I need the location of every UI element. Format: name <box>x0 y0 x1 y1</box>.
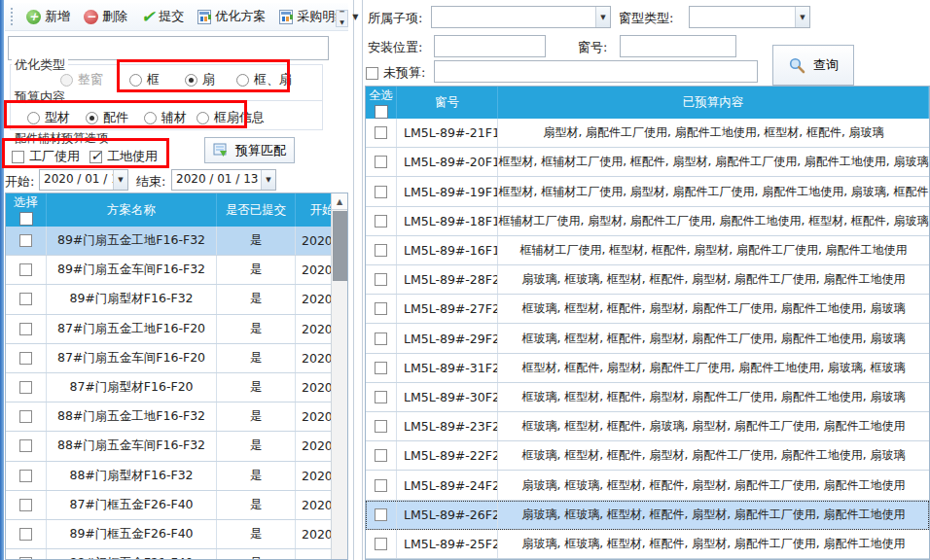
scroll-up-icon[interactable]: ▲ <box>332 193 347 210</box>
usage-options-label: 配件辅材预算选项 <box>12 130 111 147</box>
radio-profile[interactable]: 型材 <box>27 109 70 126</box>
radio-sash[interactable]: 扇 <box>185 71 215 88</box>
checkbox-factory-use[interactable]: 工厂使用 <box>12 148 80 165</box>
plan-table-row[interactable]: 87#门扇五金工地F16-F20是2020/0 <box>6 315 347 344</box>
window-type-select[interactable]: ▼ <box>689 6 810 28</box>
row-checkbox[interactable] <box>375 156 387 168</box>
panel-splitter[interactable] <box>353 0 354 560</box>
radio-frame-sash-info[interactable]: 框扇信息 <box>197 109 265 126</box>
chevron-down-icon[interactable]: ▼ <box>261 170 275 190</box>
row-checkbox[interactable] <box>375 302 387 315</box>
budget-table-row[interactable]: LM5L-89#-21F19扇型材, 扇配件工厂使用, 扇配件工地使用, 框型材… <box>366 119 929 148</box>
budget-table-row[interactable]: LM5L-89#-18F16框辅材工厂使用, 扇型材, 扇配件工厂使用, 扇配件… <box>366 207 929 236</box>
row-checkbox[interactable] <box>375 420 387 433</box>
plan-table-row[interactable]: 88#门扇五金车间F16-F32是2020/0 <box>6 432 347 461</box>
select-all-checkbox[interactable] <box>375 105 388 119</box>
end-date-picker[interactable]: 2020 / 01 / 13 ▼ <box>171 169 276 191</box>
window-no-input[interactable] <box>620 35 736 57</box>
plan-table-scrollbar[interactable]: ▲ <box>331 193 347 560</box>
no-budget-input[interactable] <box>434 60 758 83</box>
row-checkbox[interactable] <box>19 293 32 305</box>
budget-table-row[interactable]: LM5L-89#-26F24扇玻璃, 框玻璃, 框型材, 框配件, 扇型材, 扇… <box>366 501 929 530</box>
radio-auxiliary[interactable]: 辅材 <box>144 109 187 126</box>
purchase-detail-button[interactable]: 采购明细▼ <box>272 5 365 28</box>
add-button[interactable]: +新增 <box>19 5 77 28</box>
budget-table-row[interactable]: LM5L-89#-28F26扇玻璃, 框玻璃, 框型材, 框配件, 扇型材, 扇… <box>366 265 929 295</box>
row-checkbox[interactable] <box>19 323 32 335</box>
row-checkbox[interactable] <box>375 508 387 521</box>
budget-table-row[interactable]: LM5L-89#-31F29框型材, 框配件, 扇型材, 扇配件工厂使用, 扇配… <box>366 354 929 383</box>
panel-splitter-line <box>362 0 363 560</box>
budget-table-row[interactable]: LM5L-89#-23F21框玻璃, 框型材, 框配件, 扇玻璃, 扇型材, 扇… <box>366 412 929 441</box>
budget-table-row[interactable]: LM5L-89#-30F28框玻璃, 框型材, 框配件, 扇型材, 扇配件工厂使… <box>366 383 929 412</box>
submitted-cell: 是 <box>217 520 296 548</box>
submitted-cell: 是 <box>217 549 296 560</box>
row-checkbox[interactable] <box>375 126 387 139</box>
checkbox-label: 工厂使用 <box>29 148 80 165</box>
select-all-checkbox[interactable] <box>19 212 33 226</box>
sub-item-select[interactable]: ▼ <box>431 6 611 28</box>
select-all-header: 选择 <box>6 193 47 227</box>
budget-table-row[interactable]: LM5L-89#-25F23扇玻璃, 框玻璃, 框型材, 框配件, 扇型材, 扇… <box>366 530 929 559</box>
row-checkbox[interactable] <box>375 186 387 198</box>
submit-check-icon: ✔ <box>141 9 155 25</box>
budget-table-row[interactable]: LM5L-89#-22F20框玻璃, 框型材, 框配件, 扇型材, 扇配件工厂使… <box>366 441 929 471</box>
plan-table-row[interactable]: 89#门扇五金工地F16-F32是2020/0 <box>6 227 347 256</box>
row-checkbox[interactable] <box>375 215 387 228</box>
budget-table-row[interactable]: LM5L-89#-19F17框型材, 框辅材工厂使用, 扇型材, 扇配件工厂使用… <box>366 177 929 206</box>
submitted-cell: 是 <box>217 462 296 490</box>
scrollbar-thumb[interactable] <box>333 211 347 281</box>
plan-table-row[interactable]: 87#门扇五金车间F16-F20是2020/0 <box>6 344 347 373</box>
chevron-down-icon[interactable]: ▼ <box>795 7 809 27</box>
toolbar-overflow-button[interactable]: ▔▼ <box>336 10 348 27</box>
row-checkbox[interactable] <box>19 470 32 482</box>
plan-table-row[interactable]: 89#门扇五金车间F16-F32是2020/0 <box>6 256 347 285</box>
row-checkbox[interactable] <box>375 362 387 374</box>
row-checkbox[interactable] <box>19 439 32 452</box>
row-checkbox[interactable] <box>19 528 32 541</box>
optimize-plan-button[interactable]: 优化方案 <box>191 5 272 28</box>
row-checkbox[interactable] <box>19 263 32 276</box>
row-checkbox[interactable] <box>375 479 387 492</box>
toolbar-grip[interactable] <box>11 8 13 25</box>
row-checkbox[interactable] <box>19 499 32 511</box>
chevron-down-icon[interactable]: ▼ <box>595 7 610 27</box>
plan-table-row[interactable]: 88#门扇型材F16-F32是2020/0 <box>6 462 347 491</box>
radio-frame-sash[interactable]: 框、扇 <box>236 71 292 88</box>
checkbox-no-budget[interactable]: 未预算: <box>366 64 425 82</box>
plan-table-row[interactable]: 88#门扇五金工地F16-F32是2020/0 <box>6 402 347 432</box>
row-checkbox[interactable] <box>19 410 32 423</box>
row-checkbox[interactable] <box>375 449 387 462</box>
start-date-picker[interactable]: 2020 / 01 / 1 ▼ <box>39 169 128 191</box>
radio-whole-window[interactable]: 整窗 <box>60 71 103 88</box>
row-checkbox[interactable] <box>19 381 32 394</box>
query-button[interactable]: 查询 <box>772 45 854 86</box>
row-checkbox[interactable] <box>375 391 387 403</box>
radio-accessory[interactable]: 配件 <box>86 109 128 126</box>
budget-table-row[interactable]: LM5L-89#-24F22扇玻璃, 框玻璃, 框型材, 框配件, 扇型材, 扇… <box>366 471 929 500</box>
budget-table-row[interactable]: LM5L-89#-27F25框玻璃, 框型材, 框配件, 扇型材, 扇配件工厂使… <box>366 295 929 324</box>
install-position-input[interactable] <box>434 35 546 57</box>
plan-table-row[interactable]: 88#门框五金F21-F40是2020/0 <box>6 549 347 560</box>
chevron-down-icon[interactable]: ▼ <box>113 170 127 190</box>
row-checkbox[interactable] <box>375 273 387 286</box>
checkbox-site-use[interactable]: 工地使用 <box>89 148 158 165</box>
budget-table-row[interactable]: LM5L-89#-29F27框玻璃, 框型材, 框配件, 扇型材, 扇配件工厂使… <box>366 324 929 353</box>
row-checkbox[interactable] <box>375 244 387 257</box>
row-checkbox[interactable] <box>375 538 387 550</box>
plan-table-row[interactable]: 89#门扇型材F16-F32是2020/0 <box>6 285 347 314</box>
plan-table-row[interactable]: 87#门扇型材F16-F20是2020/0 <box>6 373 347 402</box>
budget-table-row[interactable]: LM5L-89#-16F15框辅材工厂使用, 框型材, 框配件, 扇型材, 扇配… <box>366 236 929 265</box>
row-checkbox[interactable] <box>19 234 32 247</box>
row-checkbox[interactable] <box>375 332 387 345</box>
plan-table-row[interactable]: 87#门框五金F26-F40是2020/0 <box>6 491 347 520</box>
radio-frame[interactable]: 框 <box>129 71 160 88</box>
submit-button[interactable]: ✔提交 <box>134 5 191 28</box>
budget-table-row[interactable]: LM5L-89#-20F18框型材, 框辅材工厂使用, 框配件, 扇型材, 扇配… <box>366 148 929 177</box>
budget-match-button[interactable]: 预算匹配 <box>204 137 295 163</box>
delete-button[interactable]: −删除 <box>77 5 134 28</box>
chevron-down-icon: ▼ <box>340 18 344 26</box>
plan-table-row[interactable]: 89#门框五金F26-F40是2020/0 <box>6 520 347 549</box>
row-select-cell <box>366 177 397 205</box>
row-checkbox[interactable] <box>19 352 32 365</box>
